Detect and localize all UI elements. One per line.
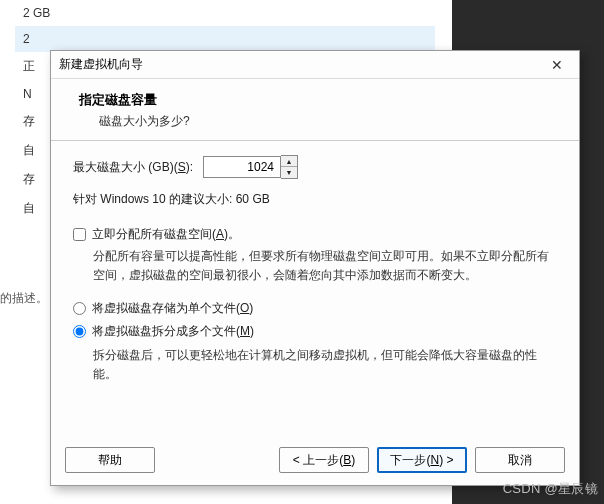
next-button[interactable]: 下一步(N) > bbox=[377, 447, 467, 473]
dialog-content: 最大磁盘大小 (GB)(S): ▲ ▼ 针对 Windows 10 的建议大小:… bbox=[51, 141, 579, 437]
spinner-up-icon[interactable]: ▲ bbox=[281, 156, 297, 167]
spinner-down-icon[interactable]: ▼ bbox=[281, 167, 297, 178]
dialog-header: 指定磁盘容量 磁盘大小为多少? bbox=[51, 79, 579, 141]
max-disk-input[interactable] bbox=[203, 156, 281, 178]
button-bar: 帮助 < 上一步(B) 下一步(N) > 取消 bbox=[51, 437, 579, 485]
back-button[interactable]: < 上一步(B) bbox=[279, 447, 369, 473]
allocate-now-checkbox[interactable] bbox=[73, 228, 86, 241]
store-single-file-radio[interactable] bbox=[73, 302, 86, 315]
allocate-now-label: 立即分配所有磁盘空间(A)。 bbox=[92, 226, 240, 243]
max-disk-label: 最大磁盘大小 (GB)(S): bbox=[73, 159, 193, 176]
split-note: 拆分磁盘后，可以更轻松地在计算机之间移动虚拟机，但可能会降低大容量磁盘的性能。 bbox=[93, 346, 557, 383]
store-single-file-label: 将虚拟磁盘存储为单个文件(O) bbox=[92, 300, 253, 317]
watermark: CSDN @星辰镜 bbox=[503, 480, 598, 498]
split-multiple-files-radio[interactable] bbox=[73, 325, 86, 338]
cancel-button[interactable]: 取消 bbox=[475, 447, 565, 473]
header-title: 指定磁盘容量 bbox=[79, 91, 559, 109]
wizard-dialog: 新建虚拟机向导 ✕ 指定磁盘容量 磁盘大小为多少? 最大磁盘大小 (GB)(S)… bbox=[50, 50, 580, 486]
close-icon[interactable]: ✕ bbox=[543, 55, 571, 75]
allocate-note: 分配所有容量可以提高性能，但要求所有物理磁盘空间立即可用。如果不立即分配所有空间… bbox=[93, 247, 557, 284]
dialog-title: 新建虚拟机向导 bbox=[59, 56, 143, 73]
recommended-size: 针对 Windows 10 的建议大小: 60 GB bbox=[73, 191, 557, 208]
header-subtitle: 磁盘大小为多少? bbox=[99, 113, 559, 130]
help-button[interactable]: 帮助 bbox=[65, 447, 155, 473]
titlebar: 新建虚拟机向导 ✕ bbox=[51, 51, 579, 79]
split-multiple-files-label: 将虚拟磁盘拆分成多个文件(M) bbox=[92, 323, 254, 340]
